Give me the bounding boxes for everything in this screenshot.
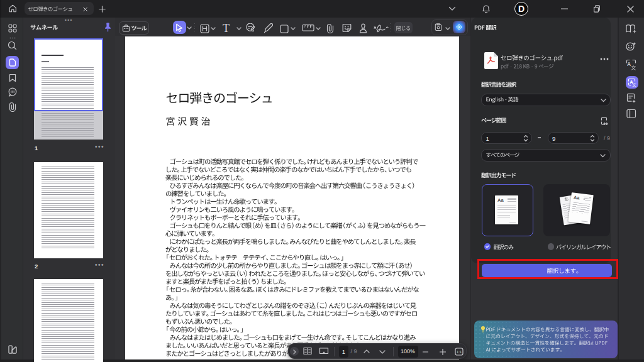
svg-text:1:1: 1:1 [456,350,462,354]
svg-text:A: A [627,61,631,67]
svg-text:A: A [630,79,633,85]
